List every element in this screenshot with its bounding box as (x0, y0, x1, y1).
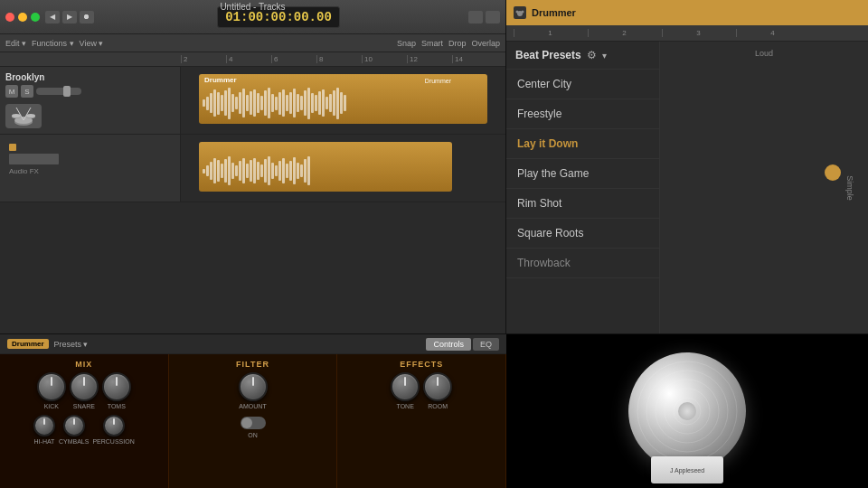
minimize-btn[interactable] (18, 13, 27, 22)
track-header: Brooklyn M S (0, 67, 181, 134)
filter-knobs-row: AMOUNT (239, 372, 268, 409)
waveform-bar (264, 159, 267, 183)
kick-knob-group: KICK (37, 372, 66, 409)
xy-pad[interactable]: Loud Simple (660, 42, 868, 333)
volume-slider[interactable] (36, 88, 81, 95)
waveform-bar (275, 97, 278, 110)
main-container: ◀ ▶ ⏺ 01:00:00:00.00 Untitled - Tracks E… (0, 0, 868, 488)
timeline-ruler: 2 4 6 8 10 12 14 (0, 52, 505, 67)
waveform-bar (250, 160, 252, 182)
toolbar-label[interactable]: Functions ▾ (32, 39, 74, 48)
effects-knobs-row: TONE ROOM (391, 372, 452, 409)
ruler-mark: 6 (271, 55, 316, 63)
channel-strip (9, 154, 59, 164)
snare-label: SNARE (73, 403, 95, 409)
waveform-bar (344, 95, 346, 111)
drummer-clip[interactable]: Drummer Drummer var heights=[8,15,22,30,… (199, 74, 487, 124)
amount-knob[interactable] (239, 372, 268, 401)
waveform-bar (282, 89, 285, 117)
svg-point-5 (26, 114, 35, 117)
logic-user-label: J Appleseed (670, 467, 704, 474)
window-title: Untitled - Tracks (220, 2, 285, 12)
toolbar-label[interactable]: View ▾ (80, 39, 104, 48)
waveform-bar (286, 95, 288, 111)
waveform-bar (340, 92, 343, 114)
track-type-label: Audio FX (9, 167, 171, 175)
overlap-label: Overlap (471, 39, 500, 48)
audio-clip[interactable]: var h2=[5,12,20,28,24,16,26,32,18,12,22,… (199, 142, 452, 192)
waveform-bar (250, 91, 252, 115)
chevron-down-icon[interactable]: ▾ (602, 51, 607, 61)
hihat-knob[interactable] (33, 415, 55, 436)
dropdown-chevron[interactable]: ▾ (83, 340, 88, 349)
preset-item[interactable]: Throwback (506, 249, 659, 278)
knobs-row: KICK SNARE TOMS (37, 372, 131, 409)
controls-tab[interactable]: Controls (426, 338, 471, 351)
preset-item[interactable]: Rim Shot (506, 189, 659, 219)
preset-item[interactable]: Square Roots (506, 219, 659, 249)
hihat-knob-group: HI-HAT (33, 415, 55, 445)
table-row: Brooklyn M S (0, 67, 505, 135)
waveform-bar (235, 165, 238, 176)
percussion-label: PERCUSSION (92, 438, 134, 445)
waveform-bar (318, 91, 321, 115)
clip-label: Drummer (204, 76, 237, 84)
tone-knob-group: TONE (391, 372, 420, 409)
snare-knob[interactable] (70, 372, 99, 401)
cymbals-knob[interactable] (63, 415, 85, 436)
percussion-knob[interactable] (103, 415, 125, 436)
waveform-bar (322, 89, 325, 117)
solo-button[interactable]: S (21, 85, 33, 98)
room-knob-group: ROOM (423, 372, 452, 409)
presets-title: Beat Presets (515, 49, 581, 61)
maximize-btn[interactable] (31, 13, 40, 22)
drummer-panel-title: Drummer (532, 7, 576, 18)
gear-icon[interactable]: ⚙ (587, 49, 597, 61)
drop-label: Drop (448, 39, 467, 48)
waveform-bar (246, 164, 249, 178)
waveform-bar (289, 92, 292, 114)
daw-toolbar2: Edit ▾ Functions ▾ View ▾ Snap Smart Dro… (0, 34, 505, 52)
waveform-bar (257, 162, 259, 180)
waveform-bar (271, 163, 274, 179)
waveform-bar (206, 97, 209, 110)
knobs-row-2: HI-HAT CYMBALS PERCUSSION (33, 415, 135, 445)
close-btn[interactable] (5, 13, 14, 22)
room-knob[interactable] (423, 372, 452, 401)
waveform-bar (203, 99, 205, 107)
preset-item[interactable]: Freestyle (506, 99, 659, 129)
waveform-bar (307, 88, 310, 119)
preset-item[interactable]: Play the Game (506, 159, 659, 189)
waveform-bar (235, 97, 238, 109)
waveform-bar (213, 158, 216, 183)
track-content: var h2=[5,12,20,28,24,16,26,32,18,12,22,… (181, 135, 505, 202)
filter-toggle[interactable] (241, 417, 266, 429)
ruler-mark: 2 (181, 55, 226, 63)
drummer-icon-small (514, 6, 526, 19)
logic-label-card: J Appleseed (651, 456, 723, 483)
eq-tab[interactable]: EQ (473, 338, 499, 351)
toms-knob[interactable] (102, 372, 131, 401)
waveform-bar (210, 162, 212, 180)
xy-pad-area[interactable]: Loud Simple (660, 42, 868, 333)
controls-bar: Drummer Presets ▾ Controls EQ MIX KICK (0, 334, 506, 488)
drummer-badge: Drummer (7, 339, 49, 349)
mute-button[interactable]: M (5, 85, 18, 98)
svg-point-13 (656, 380, 719, 443)
snare-knob-group: SNARE (70, 372, 99, 409)
toolbar-extra-btn[interactable] (468, 11, 483, 23)
tone-knob[interactable] (391, 372, 420, 401)
toolbar-extra-btn[interactable] (486, 11, 500, 23)
record-btn[interactable]: ⏺ (80, 11, 94, 23)
waveform-bar (260, 164, 263, 177)
kick-knob[interactable] (37, 372, 66, 401)
waveform-bar (278, 161, 281, 181)
waveform-bar (278, 92, 281, 115)
waveform-bar (329, 94, 332, 112)
xy-dot[interactable] (825, 164, 841, 181)
logic-splash: J Appleseed (506, 334, 868, 488)
toolbar-btn[interactable]: ▶ (62, 11, 77, 23)
preset-item-selected[interactable]: Lay it Down (506, 129, 659, 159)
preset-item[interactable]: Center City (506, 70, 659, 99)
toolbar-btn[interactable]: ◀ (45, 11, 60, 23)
